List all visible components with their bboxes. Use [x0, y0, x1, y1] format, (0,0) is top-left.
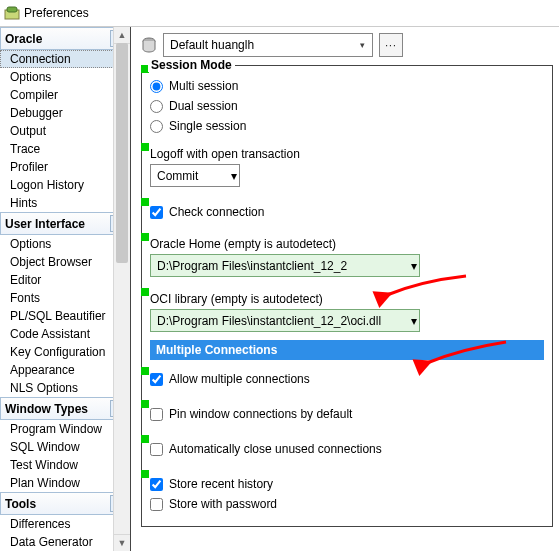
check-connection-checkbox[interactable]: Check connection — [150, 202, 544, 222]
store-password-checkbox[interactable]: Store with password — [150, 494, 544, 514]
sidebar: Oracle▾ConnectionOptionsCompilerDebugger… — [0, 27, 131, 551]
sidebar-item[interactable]: Hints — [0, 194, 130, 212]
category-label: Oracle — [5, 32, 42, 46]
category-label: User Interface — [5, 217, 85, 231]
sidebar-item[interactable]: Output — [0, 122, 130, 140]
sidebar-scrollbar[interactable]: ▲ ▼ — [113, 27, 130, 551]
sidebar-item[interactable]: Debugger — [0, 104, 130, 122]
sidebar-item[interactable]: Connection — [0, 50, 130, 68]
allow-multi-checkbox[interactable]: Allow multiple connections — [150, 369, 544, 389]
chevron-down-icon: ▾ — [411, 259, 417, 273]
category-header[interactable]: Window Types▾ — [0, 397, 130, 420]
scroll-up-icon[interactable]: ▲ — [114, 27, 130, 44]
chevron-down-icon: ▾ — [411, 314, 417, 328]
scrollbar-thumb[interactable] — [116, 43, 128, 263]
category-header[interactable]: Oracle▾ — [0, 27, 130, 50]
logoff-label: Logoff with open transaction — [150, 147, 544, 161]
logoff-select[interactable]: Commit ▾ — [150, 164, 240, 187]
db-icon — [141, 37, 157, 53]
oci-library-input[interactable]: D:\Program Files\instantclient_12_2\oci.… — [150, 309, 420, 332]
profile-select-value: Default huanglh — [170, 38, 254, 52]
change-marker-icon — [141, 288, 149, 296]
sidebar-item[interactable]: Code Assistant — [0, 325, 130, 343]
sidebar-item[interactable]: Logon History — [0, 176, 130, 194]
oracle-home-input[interactable]: D:\Program Files\instantclient_12_2 ▾ — [150, 254, 420, 277]
sidebar-item[interactable]: Editor — [0, 271, 130, 289]
sidebar-item[interactable]: Data Generator — [0, 533, 130, 551]
more-button[interactable]: ··· — [379, 33, 403, 57]
store-recent-checkbox[interactable]: Store recent history — [150, 474, 544, 494]
sidebar-item[interactable]: Test Window — [0, 456, 130, 474]
scroll-down-icon[interactable]: ▼ — [114, 534, 130, 551]
change-marker-icon — [141, 470, 149, 478]
change-marker-icon — [141, 367, 149, 375]
session-mode-legend: Session Mode — [148, 58, 235, 72]
change-marker-icon — [141, 198, 149, 206]
sidebar-item[interactable]: Plan Window — [0, 474, 130, 492]
radio-dual-session[interactable]: Dual session — [150, 96, 544, 116]
category-label: Window Types — [5, 402, 88, 416]
change-marker-icon — [141, 435, 149, 443]
sidebar-item[interactable]: Options — [0, 235, 130, 253]
sidebar-item[interactable]: SQL Window — [0, 438, 130, 456]
sidebar-item[interactable]: Program Window — [0, 420, 130, 438]
main-panel: Default huanglh ▾ ··· Session Mode Multi… — [131, 27, 559, 551]
change-marker-icon — [141, 400, 149, 408]
sidebar-item[interactable]: PL/SQL Beautifier — [0, 307, 130, 325]
title-bar: Preferences — [0, 0, 559, 27]
autoclose-checkbox[interactable]: Automatically close unused connections — [150, 439, 544, 459]
sidebar-item[interactable]: Compiler — [0, 86, 130, 104]
radio-multi-session[interactable]: Multi session — [150, 76, 544, 96]
oci-library-label: OCI library (empty is autodetect) — [150, 292, 544, 306]
sidebar-item[interactable]: Key Configuration — [0, 343, 130, 361]
sidebar-item[interactable]: Differences — [0, 515, 130, 533]
chevron-down-icon: ▾ — [354, 40, 370, 50]
sidebar-item[interactable]: Profiler — [0, 158, 130, 176]
category-header[interactable]: Tools▾ — [0, 492, 130, 515]
sidebar-item[interactable]: Object Browser — [0, 253, 130, 271]
session-mode-group: Session Mode Multi session Dual session … — [141, 65, 553, 527]
pin-connections-checkbox[interactable]: Pin window connections by default — [150, 404, 544, 424]
window-title: Preferences — [24, 6, 89, 20]
chevron-down-icon: ▾ — [231, 169, 237, 183]
sidebar-item[interactable]: Options — [0, 68, 130, 86]
category-header[interactable]: User Interface▾ — [0, 212, 130, 235]
app-icon — [4, 5, 20, 21]
sidebar-item[interactable]: Fonts — [0, 289, 130, 307]
radio-single-session[interactable]: Single session — [150, 116, 544, 136]
sidebar-item[interactable]: NLS Options — [0, 379, 130, 397]
sidebar-item[interactable]: Appearance — [0, 361, 130, 379]
svg-rect-1 — [7, 7, 17, 12]
profile-select[interactable]: Default huanglh ▾ — [163, 33, 373, 57]
oracle-home-label: Oracle Home (empty is autodetect) — [150, 237, 544, 251]
sidebar-item[interactable]: Trace — [0, 140, 130, 158]
multiple-connections-header: Multiple Connections — [150, 340, 544, 360]
change-marker-icon — [141, 143, 149, 151]
category-label: Tools — [5, 497, 36, 511]
change-marker-icon — [141, 233, 149, 241]
